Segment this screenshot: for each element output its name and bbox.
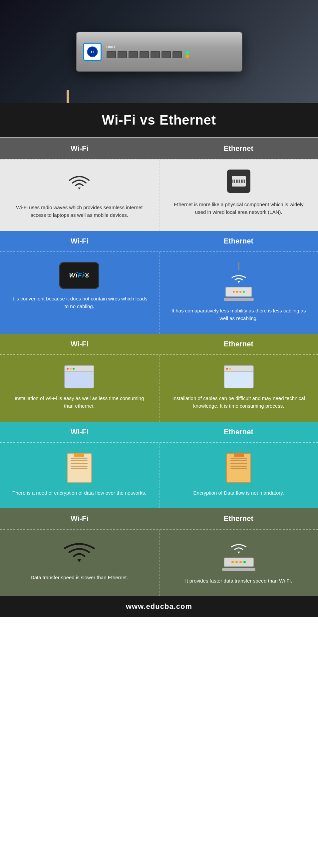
ethernet-col-mobility: It has comaparatively less mobility as t…	[159, 252, 318, 334]
page-title: Wi-Fi vs Ethernet	[7, 113, 311, 128]
wifi-badge-icon: WiFi®	[59, 262, 99, 289]
section-mobility-header: Wi-Fi Ethernet	[0, 231, 318, 251]
browser-ethernet-icon	[224, 365, 254, 389]
footer: www.educba.com	[0, 596, 318, 617]
section-encryption: Wi-Fi Ethernet There is a need of encryp…	[0, 422, 318, 508]
device-logo: U	[83, 43, 101, 61]
svg-text:U: U	[91, 50, 94, 54]
section-installation: Wi-Fi Ethernet Installation of Wi-Fi is …	[0, 334, 318, 422]
section-mobility: Wi-Fi Ethernet WiFi® It is convenient be…	[0, 231, 318, 334]
ethernet-header-encryption: Ethernet	[159, 422, 318, 442]
wifi-header-speed: Wi-Fi	[0, 508, 159, 529]
wifi-large-icon	[61, 539, 98, 567]
device-ports	[106, 51, 235, 58]
section-intro-body: Wi-Fi uses radio waves which provides se…	[0, 159, 318, 231]
notepad-ethernet-icon	[226, 453, 251, 483]
wifi-header-installation: Wi-Fi	[0, 334, 159, 354]
section-installation-body: Installation of Wi-Fi is easy as well as…	[0, 354, 318, 422]
ethernet-header-mobility: Ethernet	[159, 231, 318, 251]
section-speed: Wi-Fi Ethernet Data transfer speed is sl…	[0, 508, 318, 596]
section-installation-header: Wi-Fi Ethernet	[0, 334, 318, 354]
wifi-header-encryption: Wi-Fi	[0, 422, 159, 442]
wifi-col-intro: Wi-Fi uses radio waves which provides se…	[0, 159, 159, 231]
section-intro: Wi-Fi Ethernet Wi-Fi uses radio waves wh…	[0, 138, 318, 231]
network-device: U UniFi	[76, 32, 243, 72]
router-speed-icon	[222, 539, 255, 571]
hero-cable	[67, 90, 93, 103]
section-encryption-header: Wi-Fi Ethernet	[0, 422, 318, 442]
wifi-header-mobility: Wi-Fi	[0, 231, 159, 251]
ethernet-port-icon	[227, 169, 250, 193]
wifi-col-encryption: There is a need of encryption of data fl…	[0, 443, 159, 508]
ethernet-col-speed: It provides faster data transfer speed t…	[159, 530, 318, 596]
ethernet-col-intro: Ethernet is more like a physical compone…	[159, 159, 318, 231]
ethernet-col-encryption: Encryption of Data flow is not mandatory…	[159, 443, 318, 508]
ethernet-header-installation: Ethernet	[159, 334, 318, 354]
wifi-signal-icon	[66, 169, 93, 197]
section-mobility-body: WiFi® It is convenient because it does n…	[0, 251, 318, 334]
footer-url: www.educba.com	[3, 602, 315, 611]
hero-image: U UniFi	[0, 0, 318, 103]
ethernet-header-speed: Ethernet	[159, 508, 318, 529]
section-speed-body: Data transfer speed is slower than Ether…	[0, 529, 318, 596]
ethernet-header-intro: Ethernet	[159, 138, 318, 159]
wifi-header-intro: Wi-Fi	[0, 138, 159, 159]
section-intro-header: Wi-Fi Ethernet	[0, 138, 318, 159]
section-encryption-body: There is a need of encryption of data fl…	[0, 442, 318, 508]
main-title-section: Wi-Fi vs Ethernet	[0, 103, 318, 137]
wifi-col-installation: Installation of Wi-Fi is easy as well as…	[0, 355, 159, 422]
notepad-wifi-icon	[67, 453, 92, 483]
wifi-col-speed: Data transfer speed is slower than Ether…	[0, 530, 159, 596]
section-speed-header: Wi-Fi Ethernet	[0, 508, 318, 529]
router-icon	[224, 262, 254, 301]
wifi-col-mobility: WiFi® It is convenient because it does n…	[0, 252, 159, 334]
browser-wifi-icon	[64, 365, 94, 389]
ethernet-col-installation: Installation of cables can be difficult …	[159, 355, 318, 422]
